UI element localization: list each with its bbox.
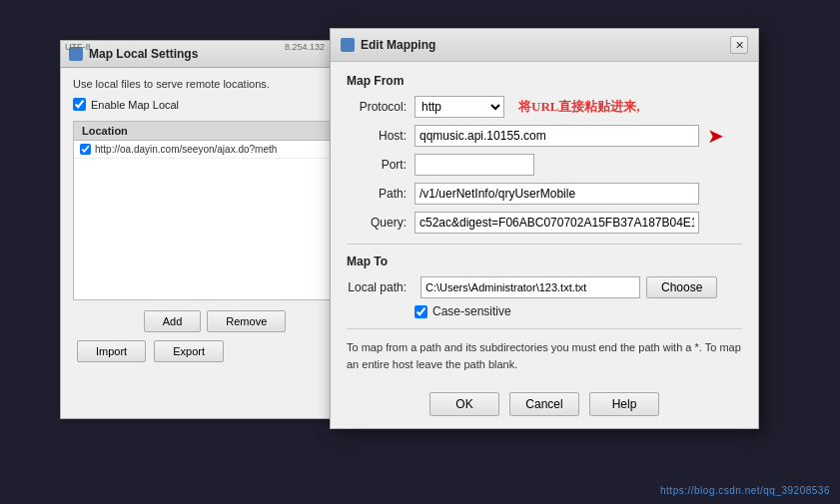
cancel-button[interactable]: Cancel <box>509 392 579 416</box>
case-sensitive-row: Case-sensitive <box>347 304 742 318</box>
bg-panel-body: Use local files to serve remote location… <box>61 68 369 372</box>
ok-button[interactable]: OK <box>429 392 499 416</box>
case-sensitive-label: Case-sensitive <box>432 304 511 318</box>
local-path-input[interactable] <box>420 276 640 298</box>
annotation-text: 将URL直接粘贴进来, <box>518 98 640 116</box>
edit-mapping-dialog: Edit Mapping ✕ Map From Protocol: http h… <box>330 28 759 429</box>
section-divider <box>347 244 742 245</box>
add-remove-buttons: Add Remove <box>73 310 357 332</box>
dialog-title: Edit Mapping <box>361 38 435 52</box>
case-sensitive-checkbox[interactable] <box>415 305 427 318</box>
path-label: Path: <box>347 187 407 201</box>
import-export-buttons: Import Export <box>73 340 357 362</box>
dialog-body: Map From Protocol: http https 将URL直接粘贴进来… <box>331 62 758 384</box>
locations-list: http://oa.dayin.com/seeyon/ajax.do?meth <box>73 141 357 300</box>
bg-panel-subtitle: Use local files to serve remote location… <box>73 78 357 90</box>
local-path-label: Local path: <box>347 280 407 294</box>
utf8-label: UTF-8 <box>65 42 91 52</box>
host-row: Host: ➤ <box>347 125 742 147</box>
dialog-icon <box>341 38 355 52</box>
list-item[interactable]: http://oa.dayin.com/seeyon/ajax.do?meth <box>74 141 356 159</box>
map-local-settings-panel: Map Local Settings Use local files to se… <box>60 40 370 419</box>
local-path-row: Local path: Choose <box>347 276 742 298</box>
close-button[interactable]: ✕ <box>730 36 748 54</box>
protocol-row: Protocol: http https 将URL直接粘贴进来, <box>347 96 742 118</box>
path-input[interactable] <box>415 183 699 205</box>
protocol-label: Protocol: <box>347 100 407 114</box>
page-watermark: https://blog.csdn.net/qq_39208536 <box>660 485 830 496</box>
location-column-header: Location <box>73 121 357 141</box>
query-input[interactable] <box>415 212 699 234</box>
dialog-titlebar: Edit Mapping ✕ <box>331 29 758 62</box>
port-label: Port: <box>347 158 407 172</box>
remove-button[interactable]: Remove <box>207 310 286 332</box>
dialog-footer: OK Cancel Help <box>331 384 758 428</box>
export-button[interactable]: Export <box>154 340 224 362</box>
host-label: Host: <box>347 129 407 143</box>
import-button[interactable]: Import <box>77 340 146 362</box>
help-text: To map from a path and its subdirectorie… <box>347 328 742 372</box>
map-from-section-label: Map From <box>347 74 742 88</box>
arrow-icon: ➤ <box>707 126 724 146</box>
choose-button[interactable]: Choose <box>646 276 717 298</box>
list-item-checkbox[interactable] <box>80 144 91 155</box>
enable-map-local-row: Enable Map Local <box>73 98 357 111</box>
host-input[interactable] <box>415 125 699 147</box>
port-input[interactable] <box>415 154 534 176</box>
port-row: Port: <box>347 154 742 176</box>
map-to-label: Map To <box>347 254 742 268</box>
protocol-select[interactable]: http https <box>415 96 504 118</box>
query-label: Query: <box>347 216 407 230</box>
path-row: Path: <box>347 183 742 205</box>
help-button[interactable]: Help <box>589 392 659 416</box>
bg-panel-title: Map Local Settings <box>89 47 198 61</box>
ip-label: 8.254.132 <box>285 42 325 52</box>
enable-map-local-label: Enable Map Local <box>91 99 179 111</box>
add-button[interactable]: Add <box>144 310 202 332</box>
list-item-text: http://oa.dayin.com/seeyon/ajax.do?meth <box>95 144 277 155</box>
query-row: Query: <box>347 212 742 234</box>
dialog-title-left: Edit Mapping <box>341 38 435 52</box>
enable-map-local-checkbox[interactable] <box>73 98 86 111</box>
map-to-section: Map To Local path: Choose Case-sensitive <box>347 254 742 318</box>
